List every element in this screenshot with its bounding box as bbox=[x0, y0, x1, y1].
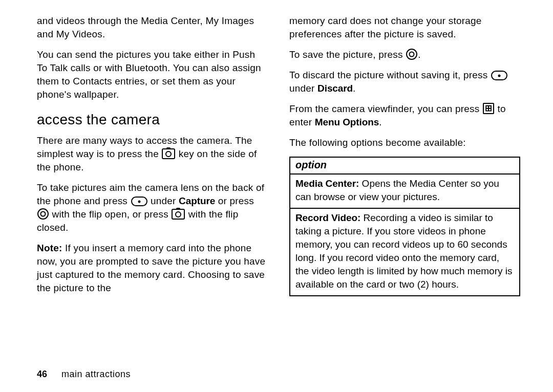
body-text: To take pictures aim the camera lens on … bbox=[37, 181, 268, 234]
note-text: Note: If you insert a memory card into t… bbox=[37, 242, 268, 295]
text-fragment: From the camera viewfinder, you can pres… bbox=[289, 103, 482, 114]
body-text: The following options become available: bbox=[289, 136, 520, 149]
right-column: memory card does not change your storage… bbox=[289, 14, 520, 346]
camera-key-icon bbox=[172, 209, 185, 220]
ui-label: Discard bbox=[317, 83, 353, 94]
table-row: Media Center: Opens the Media Center so … bbox=[290, 174, 520, 208]
body-text: memory card does not change your storage… bbox=[289, 14, 520, 41]
option-name: Record Video: bbox=[295, 212, 360, 223]
text-fragment: To discard the picture without saving it… bbox=[289, 70, 491, 80]
text-fragment: . bbox=[353, 83, 355, 94]
text-fragment: . bbox=[379, 117, 381, 127]
text-fragment: or press bbox=[215, 195, 254, 206]
body-text: and videos through the Media Center, My … bbox=[37, 14, 268, 41]
section-heading: access the camera bbox=[37, 112, 268, 128]
left-column: and videos through the Media Center, My … bbox=[37, 14, 268, 346]
text-fragment: with the flip open, or press bbox=[49, 209, 171, 220]
camera-key-icon bbox=[162, 148, 175, 159]
body-text: To discard the picture without saving it… bbox=[289, 69, 520, 95]
page-footer: 46main attractions bbox=[37, 369, 131, 380]
body-text: To save the picture, press . bbox=[289, 48, 520, 61]
option-description: Recording a video is similar to taking a… bbox=[295, 212, 512, 290]
table-row: Record Video: Recording a video is simil… bbox=[290, 208, 520, 296]
options-table: option Media Center: Opens the Media Cen… bbox=[289, 157, 520, 296]
body-text: From the camera viewfinder, you can pres… bbox=[289, 102, 520, 129]
menu-key-icon bbox=[483, 103, 494, 114]
text-fragment: . bbox=[418, 49, 420, 60]
text-fragment: If you insert a memory card into the pho… bbox=[37, 243, 265, 293]
section-name: main attractions bbox=[61, 369, 131, 379]
softkey-icon bbox=[131, 197, 147, 206]
text-fragment: To save the picture, press bbox=[289, 49, 406, 60]
table-header: option bbox=[290, 157, 520, 174]
nav-key-icon bbox=[37, 208, 49, 220]
note-label: Note: bbox=[37, 243, 62, 253]
page-number: 46 bbox=[37, 369, 47, 379]
document-page: and videos through the Media Center, My … bbox=[0, 0, 553, 392]
ui-label: Capture bbox=[179, 195, 215, 206]
text-fragment: under bbox=[289, 83, 317, 94]
nav-key-icon bbox=[406, 49, 417, 60]
two-column-layout: and videos through the Media Center, My … bbox=[37, 14, 520, 346]
ui-label: Menu Options bbox=[315, 117, 379, 127]
text-fragment: under bbox=[148, 195, 179, 206]
body-text: You can send the pictures you take eithe… bbox=[37, 48, 268, 101]
softkey-icon bbox=[491, 71, 507, 80]
option-name: Media Center: bbox=[295, 178, 359, 189]
body-text: There are many ways to access the camera… bbox=[37, 134, 268, 174]
